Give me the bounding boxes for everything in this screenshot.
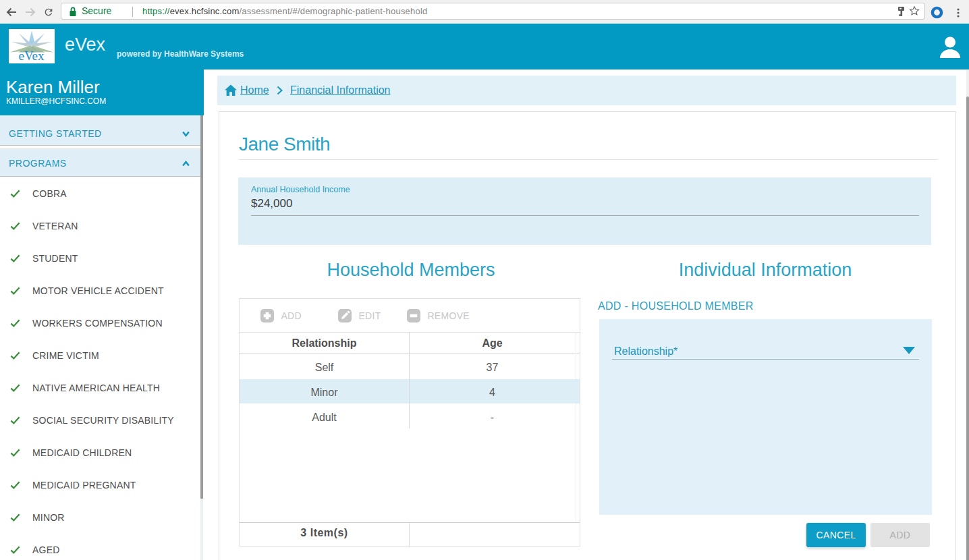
svg-text:eVex: eVex (19, 49, 45, 63)
